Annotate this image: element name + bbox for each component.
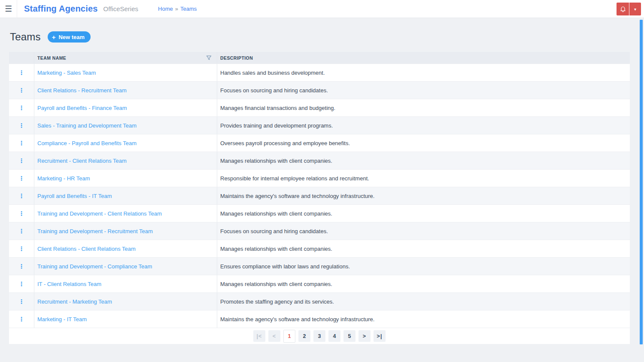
row-team-name-cell: Recruitment - Client Relations Team bbox=[34, 152, 217, 169]
row-actions-cell: ⋮ bbox=[9, 205, 34, 222]
table-row: ⋮ IT - Client Relations Team Manages rel… bbox=[9, 275, 630, 292]
row-actions-kebab-icon[interactable]: ⋮ bbox=[18, 298, 24, 304]
top-header-bar: ☰ Staffing Agencies OfficeSeries Home » … bbox=[0, 0, 644, 18]
description-column-header: DESCRIPTION bbox=[220, 55, 253, 61]
row-actions-kebab-icon[interactable]: ⋮ bbox=[18, 263, 24, 269]
team-name-link[interactable]: IT - Client Relations Team bbox=[37, 281, 101, 287]
pagination-last-button[interactable]: >| bbox=[374, 330, 386, 342]
row-team-name-cell: Marketing - IT Team bbox=[34, 310, 217, 328]
table-row: ⋮ Marketing - IT Team Maintains the agen… bbox=[9, 310, 630, 328]
row-team-name-cell: IT - Client Relations Team bbox=[34, 275, 217, 292]
row-description-cell: Manages relationships with client compan… bbox=[217, 240, 630, 257]
table-row: ⋮ Training and Development - Recruitment… bbox=[9, 222, 630, 240]
row-description: Manages financial transactions and budge… bbox=[220, 105, 335, 111]
page-title: Teams bbox=[10, 31, 41, 43]
team-name-link[interactable]: Payroll and Benefits - IT Team bbox=[37, 193, 112, 199]
bell-icon bbox=[620, 6, 626, 12]
row-actions-cell: ⋮ bbox=[9, 117, 34, 134]
row-actions-kebab-icon[interactable]: ⋮ bbox=[18, 210, 24, 216]
row-team-name-cell: Compliance - Payroll and Benefits Team bbox=[34, 134, 217, 152]
row-actions-cell: ⋮ bbox=[9, 310, 34, 328]
row-description: Manages relationships with client compan… bbox=[220, 158, 332, 164]
header-actions-column bbox=[9, 52, 34, 64]
hamburger-menu-icon[interactable]: ☰ bbox=[0, 0, 17, 18]
pagination-page-5-button[interactable]: 5 bbox=[343, 330, 355, 342]
row-description: Oversees payroll processing and employee… bbox=[220, 140, 350, 146]
row-actions-kebab-icon[interactable]: ⋮ bbox=[18, 122, 24, 128]
app-title: Staffing Agencies bbox=[24, 4, 98, 14]
pagination-page-3-button[interactable]: 3 bbox=[313, 330, 325, 342]
table-row: ⋮ Marketing - HR Team Responsible for in… bbox=[9, 169, 630, 187]
row-description-cell: Maintains the agency's software and tech… bbox=[217, 310, 630, 328]
pagination-next-button[interactable]: > bbox=[358, 330, 371, 342]
row-actions-cell: ⋮ bbox=[9, 134, 34, 152]
row-description-cell: Manages financial transactions and budge… bbox=[217, 99, 630, 116]
header-description-column: DESCRIPTION bbox=[217, 52, 630, 64]
row-actions-cell: ⋮ bbox=[9, 293, 34, 310]
table-row: ⋮ Training and Development - Compliance … bbox=[9, 257, 630, 275]
row-actions-kebab-icon[interactable]: ⋮ bbox=[18, 70, 24, 76]
row-actions-kebab-icon[interactable]: ⋮ bbox=[18, 316, 24, 322]
team-name-link[interactable]: Client Relations - Recruitment Team bbox=[37, 87, 127, 94]
table-row: ⋮ Payroll and Benefits - IT Team Maintai… bbox=[9, 187, 630, 204]
row-team-name-cell: Training and Development - Compliance Te… bbox=[34, 258, 217, 275]
header-team-name-column: TEAM NAME bbox=[34, 52, 217, 64]
team-name-link[interactable]: Payroll and Benefits - Finance Team bbox=[37, 105, 127, 111]
team-name-link[interactable]: Client Relations - Client Relations Team bbox=[37, 246, 136, 252]
table-row: ⋮ Sales - Training and Development Team … bbox=[9, 116, 630, 134]
notifications-bell-button[interactable] bbox=[617, 3, 629, 15]
row-actions-kebab-icon[interactable]: ⋮ bbox=[18, 140, 24, 146]
pagination-prev-button[interactable]: < bbox=[268, 330, 280, 342]
team-name-link[interactable]: Recruitment - Client Relations Team bbox=[37, 158, 127, 164]
team-name-link[interactable]: Recruitment - Marketing Team bbox=[37, 298, 112, 305]
team-name-link[interactable]: Training and Development - Client Relati… bbox=[37, 210, 162, 217]
row-description-cell: Promotes the staffing agency and its ser… bbox=[217, 293, 630, 310]
row-description: Provides training and development progra… bbox=[220, 122, 333, 129]
pagination-page-4-button[interactable]: 4 bbox=[328, 330, 340, 342]
page-heading-row: Teams + New team bbox=[10, 31, 644, 43]
scrollbar-track bbox=[640, 18, 644, 345]
row-actions-kebab-icon[interactable]: ⋮ bbox=[18, 193, 24, 199]
row-actions-kebab-icon[interactable]: ⋮ bbox=[18, 158, 24, 164]
pagination-first-button[interactable]: |< bbox=[253, 330, 265, 342]
pagination-page-2-button[interactable]: 2 bbox=[298, 330, 310, 342]
row-actions-kebab-icon[interactable]: ⋮ bbox=[18, 281, 24, 287]
team-name-link[interactable]: Marketing - HR Team bbox=[37, 175, 90, 182]
team-name-link[interactable]: Compliance - Payroll and Benefits Team bbox=[37, 140, 137, 146]
row-actions-kebab-icon[interactable]: ⋮ bbox=[18, 105, 24, 111]
pagination-page-1-button[interactable]: 1 bbox=[283, 330, 295, 343]
filter-icon[interactable] bbox=[206, 55, 212, 61]
team-name-link[interactable]: Marketing - Sales Team bbox=[37, 70, 96, 76]
row-actions-kebab-icon[interactable]: ⋮ bbox=[18, 228, 24, 234]
breadcrumb-home-link[interactable]: Home bbox=[158, 6, 173, 12]
table-body: ⋮ Marketing - Sales Team Handles sales a… bbox=[9, 64, 630, 328]
breadcrumb-current-link[interactable]: Teams bbox=[180, 6, 197, 12]
scrollbar-thumb[interactable] bbox=[640, 20, 643, 344]
row-team-name-cell: Client Relations - Recruitment Team bbox=[34, 82, 217, 99]
row-actions-cell: ⋮ bbox=[9, 222, 34, 240]
team-name-link[interactable]: Training and Development - Recruitment T… bbox=[37, 228, 153, 234]
row-description-cell: Responsible for internal employee relati… bbox=[217, 170, 630, 187]
new-team-button[interactable]: + New team bbox=[48, 31, 91, 43]
team-name-link[interactable]: Sales - Training and Development Team bbox=[37, 122, 137, 129]
row-description: Promotes the staffing agency and its ser… bbox=[220, 298, 334, 305]
app-subtitle: OfficeSeries bbox=[103, 5, 138, 12]
table-row: ⋮ Recruitment - Client Relations Team Ma… bbox=[9, 152, 630, 169]
breadcrumb-separator: » bbox=[175, 6, 178, 12]
row-description: Maintains the agency's software and tech… bbox=[220, 193, 374, 199]
team-name-link[interactable]: Training and Development - Compliance Te… bbox=[37, 263, 152, 270]
row-description-cell: Oversees payroll processing and employee… bbox=[217, 134, 630, 152]
row-description: Handles sales and business development. bbox=[220, 70, 325, 76]
notifications-dropdown-button[interactable]: ▾ bbox=[629, 3, 641, 15]
row-actions-kebab-icon[interactable]: ⋮ bbox=[18, 246, 24, 252]
new-team-button-label: New team bbox=[58, 34, 85, 40]
team-name-link[interactable]: Marketing - IT Team bbox=[37, 316, 87, 322]
row-description: Manages relationships with client compan… bbox=[220, 246, 332, 252]
row-team-name-cell: Payroll and Benefits - Finance Team bbox=[34, 99, 217, 116]
row-description: Ensures compliance with labor laws and r… bbox=[220, 263, 350, 270]
row-description-cell: Maintains the agency's software and tech… bbox=[217, 187, 630, 204]
row-description-cell: Handles sales and business development. bbox=[217, 64, 630, 81]
row-actions-kebab-icon[interactable]: ⋮ bbox=[18, 87, 24, 93]
breadcrumb: Home » Teams bbox=[158, 6, 197, 12]
row-actions-kebab-icon[interactable]: ⋮ bbox=[18, 175, 24, 181]
